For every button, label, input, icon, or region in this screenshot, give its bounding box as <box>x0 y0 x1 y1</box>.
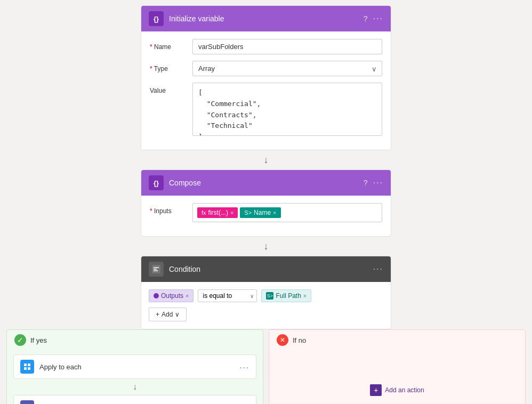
fx-icon: fx <box>201 209 206 216</box>
arrow-down-icon-1: ↓ <box>264 155 269 166</box>
branch-no: ✕ If no + Add an action <box>269 329 526 404</box>
type-select[interactable]: Array Boolean Float Integer Object Strin… <box>192 61 382 76</box>
condition-body: Outputs × is equal to is not equal to is… <box>141 282 391 329</box>
outputs-chip[interactable]: Outputs × <box>149 289 194 302</box>
value-textarea[interactable]: [ "Commercial", "Contracts", "Technical"… <box>192 83 382 136</box>
condition-row: Outputs × is equal to is not equal to is… <box>149 289 383 302</box>
apply-each-more-icon[interactable]: ··· <box>239 362 249 371</box>
init-var-title: Initialize variable <box>169 14 364 23</box>
connector-2: ↓ <box>264 237 269 256</box>
s-icon: S> <box>244 209 252 216</box>
init-var-more-icon[interactable]: ··· <box>373 14 383 23</box>
condition-svg-icon <box>151 264 161 274</box>
branch-yes: ✓ If yes <box>6 329 263 404</box>
apply-each-actions: ··· <box>239 362 249 371</box>
name-chip-label: Name <box>254 209 271 216</box>
small-connector-1: ↓ <box>13 379 256 395</box>
operator-wrapper: is equal to is not equal to is greater t… <box>198 289 257 302</box>
name-chip[interactable]: S> Name × <box>240 207 280 218</box>
branch-yes-content: Apply to each ··· ↓ <box>7 350 263 404</box>
type-field-row: * Type Array Boolean Float Integer Objec… <box>150 61 382 76</box>
init-var-icon: {} <box>149 11 164 26</box>
init-var-actions: ? ··· <box>364 14 383 23</box>
connector-1: ↓ <box>264 150 269 169</box>
curly-braces-icon: {} <box>154 15 159 23</box>
compose-header: {} Compose ? ··· <box>141 170 391 196</box>
first-chip-close[interactable]: × <box>230 209 233 216</box>
svg-rect-7 <box>28 367 30 370</box>
add-action-label-no: Add an action <box>385 386 424 394</box>
add-chevron-icon: ∨ <box>175 311 180 318</box>
name-chip-close[interactable]: × <box>273 209 276 216</box>
apply-each-icon <box>20 360 34 374</box>
add-action-container-no: + Add an action <box>276 381 519 399</box>
condition-more-icon[interactable]: ··· <box>373 264 383 274</box>
branch-no-content: + Add an action <box>269 350 525 404</box>
outputs-chip-label: Outputs <box>161 292 183 300</box>
condition-title: Condition <box>169 265 373 273</box>
condition-header: Condition ··· <box>141 256 391 282</box>
create-channel-icon <box>20 400 34 404</box>
value-label: Value <box>150 87 192 94</box>
first-chip[interactable]: fx first(...) × <box>197 207 238 218</box>
condition-icon-wrapper <box>149 262 164 277</box>
svg-rect-6 <box>24 367 27 370</box>
svg-rect-5 <box>28 363 30 366</box>
compose-title: Compose <box>169 179 364 187</box>
compose-body: * Inputs fx first(...) × S> Name × <box>141 196 391 236</box>
inputs-field-row: * Inputs fx first(...) × S> Name × <box>150 203 382 222</box>
branch-no-label: If no <box>293 336 306 344</box>
apply-each-svg <box>23 363 31 370</box>
compose-more-icon[interactable]: ··· <box>373 178 383 188</box>
inputs-wrapper[interactable]: fx first(...) × S> Name × <box>192 203 382 222</box>
type-label: * Type <box>150 65 192 72</box>
compose-curly-icon: {} <box>154 179 159 187</box>
add-action-icon-no: + <box>370 384 382 396</box>
fullpath-icon: S> <box>266 292 273 300</box>
branch-yes-header: ✓ If yes <box>7 330 263 350</box>
type-select-wrapper: Array Boolean Float Integer Object Strin… <box>192 61 382 76</box>
compose-actions: ? ··· <box>364 178 383 188</box>
init-var-body: * Name * Type Array Boolean Float Intege… <box>141 31 391 150</box>
compose-help-icon[interactable]: ? <box>364 179 368 187</box>
value-field-row: Value [ "Commercial", "Contracts", "Tech… <box>150 83 382 136</box>
condition-actions: ··· <box>373 264 383 274</box>
condition-card: Condition ··· Outputs × is eq <box>141 256 391 329</box>
yes-check-icon: ✓ <box>14 334 26 346</box>
fullpath-chip-close[interactable]: × <box>303 293 307 299</box>
plus-icon: + <box>156 311 159 318</box>
init-var-help-icon[interactable]: ? <box>364 14 368 23</box>
card-header-init: {} Initialize variable ? ··· <box>141 6 391 31</box>
svg-rect-4 <box>24 363 27 366</box>
initialize-variable-card: {} Initialize variable ? ··· * Name <box>141 5 391 150</box>
fullpath-chip-label: Full Path <box>276 292 301 300</box>
add-button[interactable]: + Add ∨ <box>149 308 187 321</box>
add-label: Add <box>162 311 173 318</box>
compose-icon: {} <box>149 175 164 190</box>
small-arrow-down-icon: ↓ <box>133 382 137 392</box>
add-action-btn-no[interactable]: + Add an action <box>370 381 424 399</box>
apply-each-card: Apply to each ··· <box>13 354 256 379</box>
inputs-label: * Inputs <box>150 207 192 215</box>
arrow-down-icon-2: ↓ <box>264 241 269 252</box>
create-channel-card: Create a channel 2 ? ··· <box>13 395 256 404</box>
name-label: * Name <box>150 43 192 51</box>
create-channel-header: Create a channel 2 ? ··· <box>14 395 256 404</box>
outputs-dot-icon <box>154 293 159 298</box>
operator-select[interactable]: is equal to is not equal to is greater t… <box>198 289 257 302</box>
branch-no-header: ✕ If no <box>269 330 525 350</box>
branches-container: ✓ If yes <box>0 329 532 404</box>
first-chip-label: first(...) <box>208 209 228 216</box>
apply-each-header: Apply to each ··· <box>14 355 256 378</box>
no-x-icon: ✕ <box>277 334 288 346</box>
branch-yes-label: If yes <box>30 336 47 344</box>
name-field-row: * Name <box>150 39 382 54</box>
outputs-chip-close[interactable]: × <box>186 293 189 299</box>
name-input[interactable] <box>192 39 382 54</box>
apply-each-title: Apply to each <box>39 363 239 371</box>
compose-card: {} Compose ? ··· * Inputs fx first(. <box>141 169 391 237</box>
fullpath-chip[interactable]: S> Full Path × <box>261 289 311 302</box>
